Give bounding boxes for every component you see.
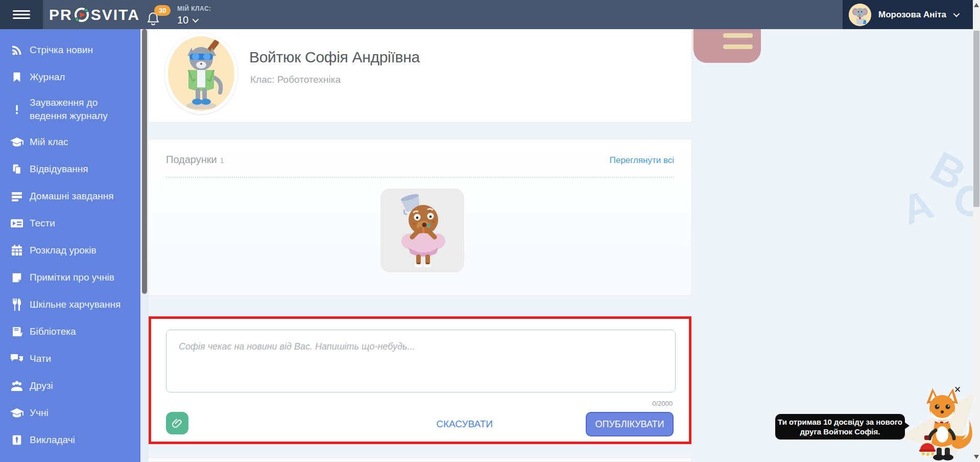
sidebar-item-student-notes[interactable]: Примітки про учнів — [0, 264, 140, 291]
sidebar-item-label: Мій клас — [30, 136, 68, 148]
sidebar-item-library[interactable]: Бібліотека — [0, 318, 140, 345]
publish-button[interactable]: ОПУБЛІКУВАТИ — [586, 412, 674, 436]
toast-tail — [903, 421, 910, 430]
gifts-title: Подарунки1 — [166, 154, 224, 166]
graduation-cap-icon — [9, 406, 25, 420]
view-all-gifts-link[interactable]: Переглянути всі — [609, 155, 674, 166]
sidebar-item-label: Чати — [30, 353, 51, 364]
xp-toast: Ти отримав 10 досвіду за нового друга Во… — [775, 414, 905, 440]
fox-mascot — [913, 387, 973, 462]
next-card-edge — [148, 457, 692, 462]
sidebar-item-parents[interactable]: Батьки — [0, 453, 140, 462]
user-avatar — [849, 4, 871, 26]
gingerbread-gift-icon — [392, 192, 453, 269]
post-textarea[interactable] — [166, 330, 676, 392]
user-name: Морозова Аніта — [878, 10, 946, 20]
my-class-label: МІЙ КЛАС: — [177, 5, 211, 12]
chevron-down-icon — [953, 11, 960, 17]
page-scrollbar-thumb[interactable] — [973, 31, 979, 207]
tie-icon — [9, 433, 25, 447]
hamburger-icon — [13, 8, 30, 21]
copy-icon — [9, 163, 25, 176]
rss-icon — [9, 43, 25, 57]
sidebar-item-label: Зауваження до ведення журналу — [30, 96, 134, 123]
logo-text-post: SVITA — [91, 6, 140, 24]
sidebar-item-schedule[interactable]: Розклад уроків — [0, 237, 140, 264]
calendar-icon — [9, 244, 25, 257]
fox-mascot-icon — [913, 387, 973, 461]
sidebar-item-label: Примітки про учнів — [30, 272, 114, 283]
sidebar-item-attendance[interactable]: Відвідування — [0, 155, 140, 182]
scroll-down-arrow[interactable] — [974, 455, 979, 459]
people-icon — [9, 379, 25, 392]
chevron-down-icon — [193, 16, 199, 23]
sidebar-item-school-meals[interactable]: Шкільне харчування — [0, 291, 140, 318]
sidebar-item-label: Тести — [30, 218, 55, 229]
sidebar-item-label: Друзі — [30, 380, 53, 391]
attach-file-button[interactable] — [166, 412, 188, 434]
student-class: Клас: Робототехніка — [250, 74, 341, 85]
notification-count-badge: 30 — [154, 5, 171, 16]
elephant-avatar-icon — [849, 4, 871, 26]
sidebar-item-label: Відвідування — [30, 164, 88, 175]
page-scrollbar[interactable] — [973, 0, 980, 462]
sidebar-item-chats[interactable]: Чати — [0, 345, 140, 372]
book-watermark — [694, 29, 761, 63]
top-header: PR SVITA 30 МІЙ КЛАС: 10 — [0, 0, 980, 29]
sidebar-item-journal[interactable]: Журнал — [0, 63, 140, 90]
chat-icon — [9, 352, 25, 365]
close-toast-icon[interactable]: ✕ — [954, 384, 961, 395]
student-profile-card: Войтюк Софія Андріївна Клас: Робототехні… — [148, 29, 692, 123]
prosvita-logo[interactable]: PR SVITA — [49, 0, 140, 29]
sidebar-item-label: Шкільне харчування — [30, 299, 121, 310]
sidebar-scrollbar-thumb[interactable] — [142, 29, 147, 294]
book-icon — [9, 325, 25, 338]
sidebar-item-homework[interactable]: Домашні завдання — [0, 182, 140, 210]
notifications-bell-button[interactable]: 30 — [146, 11, 160, 29]
sidebar-item-news-feed[interactable]: Стрічка новин — [0, 36, 140, 63]
sidebar-item-label: Журнал — [30, 72, 65, 83]
sidebar-item-label: Учні — [30, 407, 49, 419]
student-avatar — [165, 33, 237, 114]
sidebar-item-teachers[interactable]: Викладачі — [0, 426, 140, 453]
cutlery-icon — [9, 298, 25, 311]
sidebar-scrollbar[interactable] — [140, 29, 149, 462]
sidebar-item-label: Викладачі — [30, 434, 75, 446]
graduation-cap-icon — [9, 135, 25, 149]
scroll-up-arrow[interactable] — [974, 3, 979, 7]
sidebar-item-label: Домашні завдання — [30, 191, 114, 202]
sidebar-item-label: Розклад уроків — [30, 245, 97, 256]
logo-o-icon — [73, 6, 90, 24]
post-composer: 0/2000 СКАСУВАТИ ОПУБЛІКУВАТИ — [149, 316, 691, 444]
user-menu[interactable]: Морозова Аніта — [843, 0, 973, 29]
sidebar-item-label: Стрічка новин — [30, 44, 93, 56]
sidebar-item-label: Бібліотека — [30, 326, 76, 337]
gifts-card: Подарунки1 Переглянути всі — [148, 139, 692, 296]
student-name: Войтюк Софія Андріївна — [249, 49, 420, 66]
sidebar-item-students[interactable]: Учні — [0, 399, 140, 426]
sidebar-item-journal-remarks[interactable]: Зауваження до ведення журналу — [0, 90, 140, 128]
logo-text-pre: PR — [49, 6, 73, 24]
my-class-dropdown[interactable]: МІЙ КЛАС: 10 — [177, 5, 211, 26]
note-icon — [9, 271, 25, 284]
sidebar-item-tests[interactable]: Тести — [0, 210, 140, 237]
list-icon — [9, 190, 25, 203]
exclamation-icon — [9, 103, 25, 116]
toast-line2: друга Войтюк Софія. — [775, 427, 905, 436]
person-circle-icon — [9, 460, 25, 462]
test-list-icon — [9, 217, 25, 230]
toast-line1: Ти отримав 10 досвіду за нового — [775, 417, 905, 427]
sidebar-item-friends[interactable]: Друзі — [0, 372, 140, 399]
sidebar-item-my-class[interactable]: Мій клас — [0, 128, 140, 155]
gift-item[interactable] — [380, 189, 464, 272]
my-class-value: 10 — [177, 14, 188, 26]
char-counter: 0/2000 — [652, 400, 673, 407]
divider — [166, 177, 674, 178]
sidebar-nav: Стрічка новин Журнал Зауваження до веден… — [0, 29, 140, 462]
bookmark-icon — [9, 71, 25, 84]
hamburger-menu-button[interactable] — [0, 0, 43, 29]
cancel-button[interactable]: СКАСУВАТИ — [436, 419, 493, 430]
cat-avatar-icon — [168, 36, 234, 111]
gifts-count: 1 — [220, 156, 224, 165]
paperclip-icon — [171, 417, 183, 429]
